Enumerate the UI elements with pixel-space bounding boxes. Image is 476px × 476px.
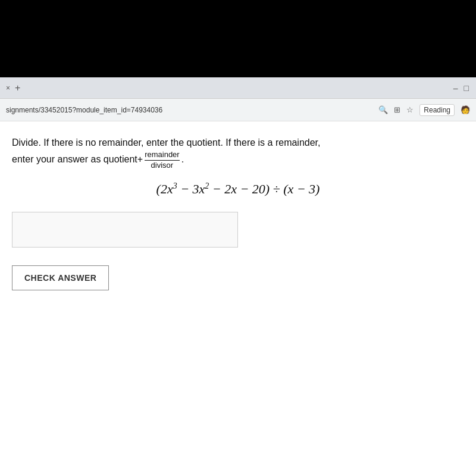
instructions-line1: Divide. If there is no remainder, enter … bbox=[12, 137, 321, 148]
reading-mode-button[interactable]: Reading bbox=[419, 104, 455, 116]
math-expression: (2x3 − 3x2 − 2x − 20) ÷ (x − 3) bbox=[12, 181, 464, 197]
address-bar: signments/33452015?module_item_id=749340… bbox=[0, 99, 476, 121]
instructions-end: . bbox=[181, 154, 184, 164]
minimize-button[interactable]: – bbox=[453, 83, 458, 93]
fraction-display: remainderdivisor bbox=[145, 150, 180, 170]
bookmark-icon[interactable]: ☆ bbox=[406, 105, 414, 114]
instructions-text: Divide. If there is no remainder, enter … bbox=[12, 136, 464, 170]
extensions-icon[interactable]: ⊞ bbox=[394, 105, 400, 114]
tab-bar: × + – □ bbox=[0, 77, 476, 99]
check-answer-button[interactable]: CHECK ANSWER bbox=[12, 265, 109, 290]
tab-close-button[interactable]: × bbox=[6, 84, 10, 92]
window-controls: – □ bbox=[453, 83, 469, 93]
fraction-denominator: divisor bbox=[151, 161, 174, 170]
toolbar-icons: 🔍 ⊞ ☆ Reading 🧑 bbox=[378, 104, 470, 116]
content-area: Divide. If there is no remainder, enter … bbox=[0, 121, 476, 476]
profile-icon[interactable]: 🧑 bbox=[461, 105, 470, 114]
search-icon[interactable]: 🔍 bbox=[378, 105, 388, 114]
restore-button[interactable]: □ bbox=[464, 83, 469, 93]
answer-input-area[interactable] bbox=[12, 212, 238, 248]
instructions-line2: enter your answer as quotient+ bbox=[12, 154, 143, 164]
url-text[interactable]: signments/33452015?module_item_id=749340… bbox=[6, 106, 378, 114]
new-tab-button[interactable]: + bbox=[15, 83, 20, 93]
fraction-numerator: remainder bbox=[145, 150, 180, 161]
